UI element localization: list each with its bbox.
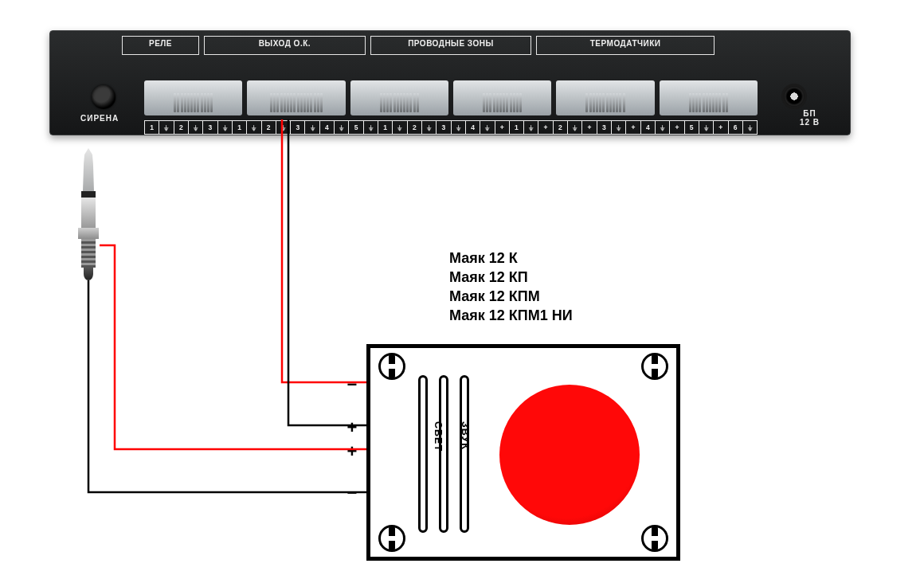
strip-cell: ⏚ [218,121,233,134]
strip-cell: 1 [233,121,247,134]
trs-grip [81,239,96,268]
strip-cell: 3 [437,121,451,134]
mayak-siren-module: СВЕТ ЗВУК [366,344,680,561]
strip-cell: 2 [554,121,568,134]
strip-cell: 4 [641,121,656,134]
polarity-minus: − [344,483,360,503]
label-sound: ЗВУК [460,421,471,450]
label-light: СВЕТ [433,421,444,452]
dc-power-label: БП12 В [800,109,820,127]
terminal-block [144,80,242,115]
strip-cell: ⏚ [656,121,670,134]
group-label-relay: РЕЛЕ [122,36,199,55]
terminal-blocks-row [144,80,758,115]
strip-cell: ⏚ [743,121,757,134]
strip-cell: 4 [320,121,335,134]
diagram-stage: РЕЛЕ ВЫХОД О.К. ПРОВОДНЫЕ ЗОНЫ ТЕРМОДАТЧ… [0,0,924,583]
strip-cell: ⏚ [335,121,349,134]
trs-ring [81,191,96,198]
strip-cell: 2 [262,121,276,134]
terminal-block [556,80,654,115]
strip-cell: ⏚ [159,121,174,134]
strip-cell: + [582,121,597,134]
strobe-lamp [499,385,640,525]
strip-cell: ⏚ [568,121,582,134]
strip-cell: ⏚ [276,121,291,134]
group-label-output: ВЫХОД О.К. [204,36,366,55]
terminal-block [350,80,448,115]
strip-cell: 1 [510,121,524,134]
strip-cell: ⏚ [480,121,495,134]
siren-jack-socket [92,85,116,109]
strip-cell: ⏚ [422,121,437,134]
strip-cell: + [670,121,684,134]
strip-cell: ⏚ [524,121,538,134]
trs-sleeve [81,198,96,228]
group-label-zones: ПРОВОДНЫЕ ЗОНЫ [370,36,532,55]
strip-cell: ⏚ [393,121,407,134]
strip-cell: ⏚ [247,121,261,134]
terminal-block [453,80,551,115]
strip-cell: ⏚ [452,121,466,134]
mount-hole-icon [378,353,405,380]
strip-cell: 5 [349,121,363,134]
mount-hole-icon [641,353,668,380]
polarity-minus: − [344,374,360,395]
trs-tip [83,148,94,191]
control-panel-device: РЕЛЕ ВЫХОД О.К. ПРОВОДНЫЕ ЗОНЫ ТЕРМОДАТЧ… [49,30,851,135]
strip-cell: 1 [145,121,159,134]
terminal-number-strip: 1⏚2⏚3⏚1⏚2⏚3⏚4⏚5⏚1⏚2⏚3⏚4⏚+1⏚+2⏚+3⏚+4⏚+5⏚+… [144,120,758,135]
terminal-block [247,80,345,115]
strip-cell: 2 [174,121,189,134]
strip-cell: 3 [597,121,612,134]
mayak-model-line: Маяк 12 КП [449,268,573,287]
strip-cell: ⏚ [305,121,319,134]
mayak-model-list: Маяк 12 К Маяк 12 КП Маяк 12 КПМ Маяк 12… [449,248,573,325]
trs-boot [84,268,93,280]
siren-jack-label: СИРЕНА [80,114,119,123]
dc-power-jack [781,84,807,109]
strip-cell: 3 [203,121,217,134]
strip-cell: 5 [685,121,699,134]
strip-cell: 3 [291,121,305,134]
mount-hole-icon [378,525,405,552]
strip-cell: ⏚ [612,121,626,134]
mount-hole-icon [641,525,668,552]
terminal-group-labels: РЕЛЕ ВЫХОД О.К. ПРОВОДНЫЕ ЗОНЫ ТЕРМОДАТЧ… [122,36,715,55]
strip-cell: ⏚ [189,121,203,134]
trs-nut [78,228,99,239]
terminal-block [660,80,758,115]
strip-cell: + [626,121,640,134]
group-label-thermo: ТЕРМОДАТЧИКИ [536,36,715,55]
trs-audio-plug [78,148,99,280]
strip-cell: 2 [408,121,422,134]
polarity-plus: + [344,417,360,438]
strip-cell: ⏚ [364,121,378,134]
strip-cell: + [495,121,510,134]
mayak-model-line: Маяк 12 КПМ [449,287,573,306]
strip-cell: 1 [378,121,393,134]
strip-cell: ⏚ [699,121,714,134]
strip-cell: 6 [729,121,743,134]
mayak-model-line: Маяк 12 К [449,248,573,268]
wire-black-trs-to-zvuk [88,280,366,492]
strip-cell: 4 [466,121,480,134]
strip-cell: + [714,121,728,134]
sound-slits [418,375,469,533]
wire-red-terminal-to-svet [282,119,366,382]
strip-cell: + [538,121,553,134]
wire-red-trs-to-zvuk [100,245,366,449]
mayak-model-line: Маяк 12 КПМ1 НИ [449,306,573,325]
polarity-plus: + [344,441,360,462]
